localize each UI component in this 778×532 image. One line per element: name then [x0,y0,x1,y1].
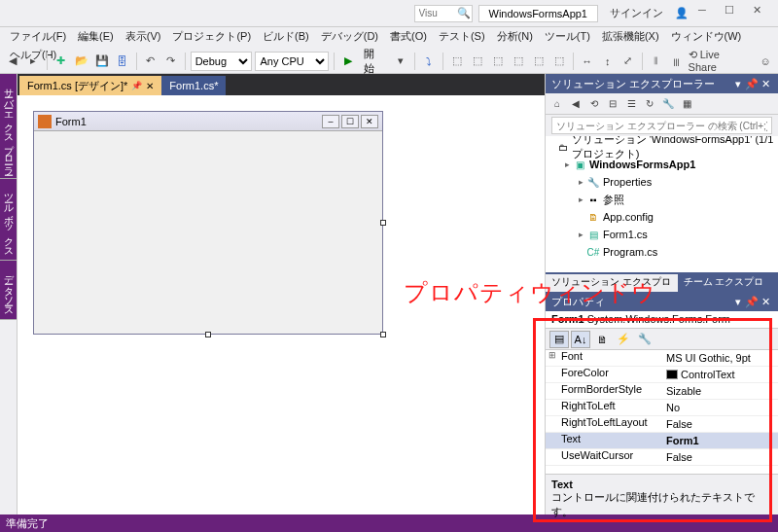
form-icon [38,115,52,128]
align-center-icon[interactable]: ⬚ [469,53,486,70]
menu-window[interactable]: ウィンドウ(W) [665,27,748,46]
solution-explorer-header[interactable]: ソリューション エクスプローラー ▾ 📌 ✕ [546,74,778,93]
size-h-icon[interactable]: ↕ [599,53,617,70]
props-page-icon[interactable]: 🗎 [592,331,612,348]
liveshare-button[interactable]: ⟲ Live Share [689,49,751,73]
sx-home-icon[interactable]: ⌂ [549,96,565,112]
hspace-icon[interactable]: ⫴ [648,53,665,70]
prop-row-selected[interactable]: TextForm1 [546,433,778,449]
categorized-icon[interactable]: ▤ [549,331,569,348]
prop-row[interactable]: RightToLeftLayoutFalse [546,416,778,433]
tree-item[interactable]: 🗎App.config [546,208,778,226]
panel-close-icon[interactable]: ✕ [759,296,772,308]
resize-handle-se[interactable] [380,332,386,337]
tree-item[interactable]: ▸▤Form1.cs [546,226,778,243]
menu-tools[interactable]: ツール(T) [539,27,596,46]
sx-properties-icon[interactable]: 🔧 [660,96,676,112]
tab-form1-cs[interactable]: Form1.cs* [161,76,226,95]
redo-icon[interactable]: ↷ [162,53,180,70]
panel-pin-icon[interactable]: 📌 [745,78,759,90]
properties-header[interactable]: プロパティ ▾ 📌 ✕ [546,292,778,311]
sx-back-icon[interactable]: ◀ [568,96,584,112]
align-right-icon[interactable]: ⬚ [489,53,507,70]
tree-item[interactable]: ▸🔧Properties [546,173,778,191]
platform-select[interactable]: Any CPU [255,52,329,71]
datasource-tab[interactable]: データソース [0,261,17,320]
events-icon[interactable]: ⚡ [614,331,633,348]
panel-dropdown-icon[interactable]: ▾ [731,296,745,308]
form-preview[interactable]: Form1 – ☐ ✕ [33,111,383,335]
sx-sync-icon[interactable]: ⟲ [586,96,602,112]
menu-project[interactable]: プロジェクト(P) [166,27,257,46]
user-icon[interactable]: 👤 [675,7,689,19]
menu-debug[interactable]: デバッグ(D) [315,27,384,46]
tab-team-explorer[interactable]: チーム エクスプローラー [678,274,778,292]
tab-form1-design[interactable]: Form1.cs [デザイン]*📌✕ [19,76,161,95]
tab-solution-explorer[interactable]: ソリューション エクスプローラー [546,274,678,292]
vspace-icon[interactable]: ⫼ [668,53,686,70]
right-dock: ソリューション エクスプローラー ▾ 📌 ✕ ⌂ ◀ ⟲ ⊟ ☰ ↻ 🔧 ▦ 🗀… [545,74,778,514]
close-button[interactable]: ✕ [743,4,770,23]
close-icon[interactable]: ✕ [146,81,154,91]
prop-row[interactable]: ⊞FontMS UI Gothic, 9pt [546,350,778,367]
start-icon[interactable]: ▶ [339,53,357,70]
menu-file[interactable]: ファイル(F) [4,27,72,46]
align-mid-icon[interactable]: ⬚ [530,53,548,70]
start-label[interactable]: 開始 [360,47,389,76]
align-bot-icon[interactable]: ⬚ [550,53,568,70]
nav-fwd-icon[interactable]: ▸ [24,53,42,70]
server-explorer-tab[interactable]: サーバー エクスプローラー [0,74,17,179]
sx-showall-icon[interactable]: ☰ [623,96,639,112]
start-dropdown-icon[interactable]: ▾ [392,53,409,70]
signin-link[interactable]: サインイン [610,6,663,20]
solution-root[interactable]: 🗀ソリューション 'WindowsFormsApp1' (1/1 プロジェクト) [546,138,778,156]
form-file-icon: ▤ [586,228,600,241]
pin-icon[interactable]: 📌 [131,81,142,90]
size-both-icon[interactable]: ⤢ [619,53,637,70]
align-left-icon[interactable]: ⬚ [448,53,466,70]
undo-icon[interactable]: ↶ [142,53,159,70]
prop-row[interactable]: FormBorderStyleSizable [546,383,778,400]
menu-view[interactable]: 表示(V) [120,27,167,46]
panel-close-icon[interactable]: ✕ [759,78,772,90]
menu-test[interactable]: テスト(S) [433,27,491,46]
solution-tree[interactable]: 🗀ソリューション 'WindowsFormsApp1' (1/1 プロジェクト)… [546,136,778,272]
nav-back-icon[interactable]: ◀ [4,53,21,70]
resize-handle-s[interactable] [205,332,211,337]
minimize-button[interactable]: ─ [689,4,716,23]
save-icon[interactable]: 💾 [93,53,111,70]
menu-format[interactable]: 書式(O) [384,27,433,46]
alphabetical-icon[interactable]: A↓ [571,331,590,348]
config-select[interactable]: Debug [191,52,253,71]
tree-item[interactable]: ▸▪▪参照 [546,191,778,208]
properties-grid[interactable]: ⊞FontMS UI Gothic, 9pt ForeColorControlT… [546,350,778,474]
new-icon[interactable]: ✚ [53,53,70,70]
step-icon[interactable]: ⤵ [420,53,438,70]
saveall-icon[interactable]: 🗄 [114,53,131,70]
menu-analyze[interactable]: 分析(N) [491,27,539,46]
designer-surface[interactable]: Form1 – ☐ ✕ [18,95,545,514]
prop-row[interactable]: RightToLeftNo [546,400,778,416]
toolbox-tab[interactable]: ツールボックス [0,179,17,261]
sx-preview-icon[interactable]: ▦ [679,96,694,112]
open-icon[interactable]: 📂 [73,53,90,70]
menu-extensions[interactable]: 拡張機能(X) [596,27,665,46]
resize-handle-e[interactable] [380,220,386,226]
panel-dropdown-icon[interactable]: ▾ [731,78,745,90]
panel-pin-icon[interactable]: 📌 [745,296,759,308]
maximize-button[interactable]: ☐ [716,4,743,23]
tree-item[interactable]: C#Program.cs [546,243,778,261]
size-w-icon[interactable]: ↔ [579,53,596,70]
properties-object[interactable]: Form1 System.Windows.Forms.Form [546,311,778,329]
feedback-icon[interactable]: ☺ [757,53,774,70]
menu-edit[interactable]: 編集(E) [72,27,120,46]
prop-row[interactable]: ForeColorControlText [546,367,778,383]
prop-wrench-icon[interactable]: 🔧 [635,331,654,348]
sx-refresh-icon[interactable]: ↻ [642,96,657,112]
sx-collapse-icon[interactable]: ⊟ [605,96,620,112]
prop-row[interactable]: UseWaitCursorFalse [546,449,778,466]
menu-build[interactable]: ビルド(B) [257,27,315,46]
form-client-area[interactable] [34,131,382,334]
solution-search-input[interactable] [551,117,772,134]
align-top-icon[interactable]: ⬚ [510,53,527,70]
